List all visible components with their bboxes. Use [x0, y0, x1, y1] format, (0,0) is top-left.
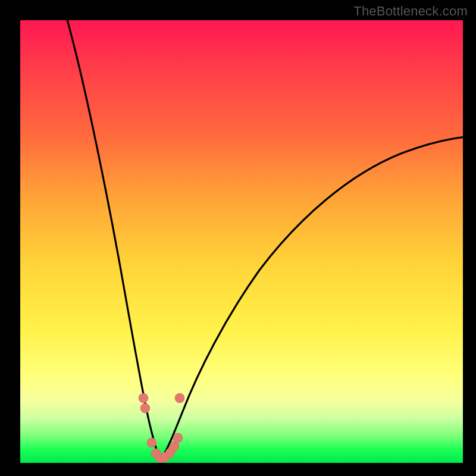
- marker-dot: [140, 403, 150, 413]
- chart-stage: TheBottleneck.com: [0, 0, 476, 476]
- marker-dot: [173, 433, 183, 443]
- curve-right-branch: [161, 137, 463, 461]
- marker-cluster: [139, 393, 184, 463]
- marker-dot: [175, 393, 184, 403]
- marker-dot: [147, 438, 156, 447]
- marker-dot: [139, 393, 148, 403]
- plot-frame: [20, 20, 463, 463]
- curve-layer: [20, 20, 463, 463]
- marker-dot: [170, 441, 179, 451]
- watermark-text: TheBottleneck.com: [353, 4, 468, 19]
